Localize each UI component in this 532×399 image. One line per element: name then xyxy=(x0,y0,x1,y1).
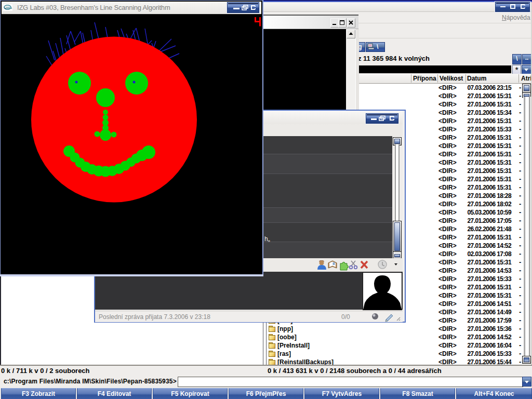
svg-text:\: \ xyxy=(377,43,379,50)
svg-text:SDL: SDL xyxy=(6,7,11,9)
